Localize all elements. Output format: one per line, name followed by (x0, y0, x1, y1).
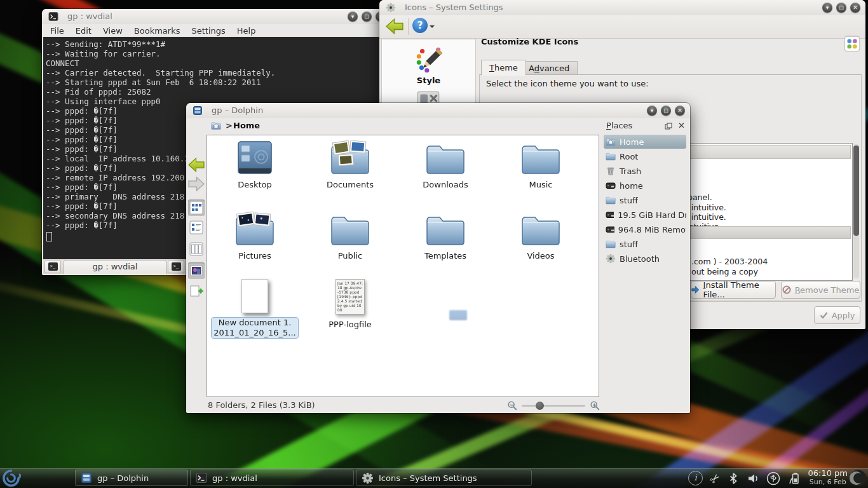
close-button[interactable]: ✕ (850, 3, 860, 13)
file-item-public[interactable]: Public (306, 212, 395, 261)
konsole-titlebar[interactable]: gp : wvdial ▾ ◻ ✕ (42, 9, 391, 24)
file-item-new-document[interactable]: New document 1.2011_01_20_16_5... (210, 279, 299, 339)
tab-advanced[interactable]: Advanced (520, 61, 578, 76)
minimize-button[interactable]: ▾ (348, 11, 358, 22)
back-button[interactable] (188, 158, 205, 174)
konsole-tab[interactable]: gp : wvdial (64, 260, 166, 274)
places-item-home-partition[interactable]: home (604, 179, 686, 193)
menu-view[interactable]: View (97, 25, 128, 36)
folder-view[interactable]: Desktop Documents Downloads Music Pictur… (207, 135, 599, 397)
folder-icon (425, 212, 466, 247)
places-header: Places (606, 121, 632, 130)
float-panel-icon[interactable] (665, 123, 672, 130)
details-view-icon (189, 220, 203, 234)
sidebar-item-style[interactable]: Style (382, 44, 475, 85)
places-item-bluetooth[interactable]: Bluetooth (604, 252, 686, 266)
details-view-button[interactable] (188, 219, 205, 236)
forward-button[interactable] (188, 177, 205, 193)
status-text: 8 Folders, 2 Files (3.3 KiB) (208, 400, 315, 410)
dolphin-window: gp – Dolphin ▾ ◻ ✕ > Home Desktop (186, 103, 690, 413)
task-system-settings[interactable]: Icons – System Settings (356, 470, 532, 486)
file-item-downloads[interactable]: Downloads (401, 140, 490, 189)
file-item-pictures[interactable]: Pictures (210, 212, 299, 261)
places-item-home[interactable]: Home (604, 135, 686, 149)
minimize-button[interactable]: ▾ (822, 3, 832, 13)
text-preview-icon: Jan 17 09:47:18 gp-Aspire-5738 pppd[1946… (336, 279, 365, 315)
battery-icon[interactable] (787, 471, 800, 485)
window-title: gp : wvdial (67, 11, 112, 21)
back-button[interactable] (386, 18, 403, 34)
places-item-stuff[interactable]: stuff (604, 193, 686, 207)
minimize-button[interactable]: ▾ (647, 105, 657, 116)
folder-icon (606, 152, 616, 161)
system-settings-titlebar[interactable]: Icons – System Settings ▾ ◻ ✕ (379, 0, 865, 15)
hard-drive-icon (606, 210, 614, 220)
breadcrumb-home[interactable]: Home (233, 121, 260, 130)
folder-icon (425, 140, 466, 176)
window-title: gp – Dolphin (212, 105, 263, 115)
launcher-icon[interactable] (1, 468, 22, 488)
zoom-in-icon[interactable] (590, 400, 600, 410)
file-item-documents[interactable]: Documents (306, 140, 395, 189)
file-item-templates[interactable]: Templates (401, 212, 490, 261)
menu-file[interactable]: File (44, 25, 70, 36)
zoom-out-icon[interactable] (507, 400, 517, 410)
places-item-trash[interactable]: Trash (604, 164, 686, 178)
statusbar: 8 Folders, 2 Files (3.3 KiB) (186, 398, 690, 413)
apply-button[interactable]: Apply (814, 306, 860, 324)
folder-icon (330, 212, 370, 247)
zoom-slider-track[interactable] (522, 405, 585, 407)
menu-settings[interactable]: Settings (186, 25, 231, 36)
documents-folder-icon (330, 140, 370, 176)
menu-help[interactable]: Help (231, 25, 262, 36)
volume-icon[interactable] (747, 472, 759, 485)
removable-drive-icon (606, 224, 614, 234)
split-view-button[interactable] (188, 283, 205, 299)
menu-edit[interactable]: Edit (70, 25, 97, 36)
device-notifier-icon[interactable] (766, 471, 780, 485)
file-item-ppp-logfile[interactable]: Jan 17 09:47:18 gp-Aspire-5738 pppd[1946… (306, 279, 395, 329)
help-button[interactable]: ? (412, 18, 428, 33)
task-wvdial[interactable]: gp : wvdial (190, 470, 354, 486)
dolphin-titlebar[interactable]: gp – Dolphin ▾ ◻ ✕ (186, 103, 690, 118)
klipper-scissors-icon[interactable]: ✂ (707, 470, 724, 487)
desktop: gp : wvdial ▾ ◻ ✕ File Edit View Bookmar… (0, 0, 868, 488)
chevron-down-icon[interactable] (430, 25, 435, 30)
remove-theme-button[interactable]: Remove Theme (781, 281, 860, 299)
tab-list-button[interactable]: >_ (168, 260, 184, 273)
terminal-cursor (46, 232, 52, 241)
icons-view-button[interactable] (188, 200, 205, 216)
clock[interactable]: 06:10 pm Sun, 6 Feb (808, 469, 848, 487)
file-item-desktop[interactable]: Desktop (210, 140, 299, 189)
icons-view-icon (189, 201, 203, 215)
places-item-removable[interactable]: 964.8 MiB Remov... (604, 222, 686, 236)
import-icon (691, 285, 700, 294)
task-dolphin[interactable]: gp – Dolphin (75, 470, 188, 486)
notifications-icon[interactable]: i (688, 471, 703, 485)
maximize-button[interactable]: ◻ (362, 11, 372, 22)
file-item-videos[interactable]: Videos (496, 212, 585, 261)
places-item-stuff2[interactable]: stuff (604, 237, 686, 251)
zoom-slider-handle[interactable] (536, 402, 544, 410)
tab-theme[interactable]: Theme (481, 60, 526, 76)
menu-bookmarks[interactable]: Bookmarks (128, 25, 186, 36)
install-theme-button[interactable]: Install Theme File... (691, 281, 776, 299)
maximize-button[interactable]: ◻ (836, 3, 846, 13)
home-folder-icon[interactable] (210, 121, 222, 131)
places-item-hard-drive[interactable]: 19.5 GiB Hard Drive (604, 208, 686, 222)
scrollbar-thumb[interactable] (853, 146, 859, 236)
file-item-music[interactable]: Music (496, 140, 585, 189)
scrollbar-track[interactable] (853, 144, 859, 278)
preview-button[interactable] (188, 262, 205, 279)
panel-toolbox-icon[interactable] (850, 470, 867, 487)
maximize-button[interactable]: ◻ (661, 105, 671, 116)
folder-icon (606, 196, 616, 205)
select-theme-label: Select the icon theme you want to use: (486, 79, 649, 88)
close-button[interactable]: ✕ (675, 105, 685, 116)
close-panel-icon[interactable]: ✕ (678, 121, 685, 130)
bluetooth-icon[interactable] (727, 472, 740, 485)
places-item-root[interactable]: Root (604, 149, 686, 163)
gear-icon (386, 3, 396, 13)
new-tab-button[interactable]: >_ (44, 260, 61, 273)
columns-view-button[interactable] (188, 241, 205, 257)
